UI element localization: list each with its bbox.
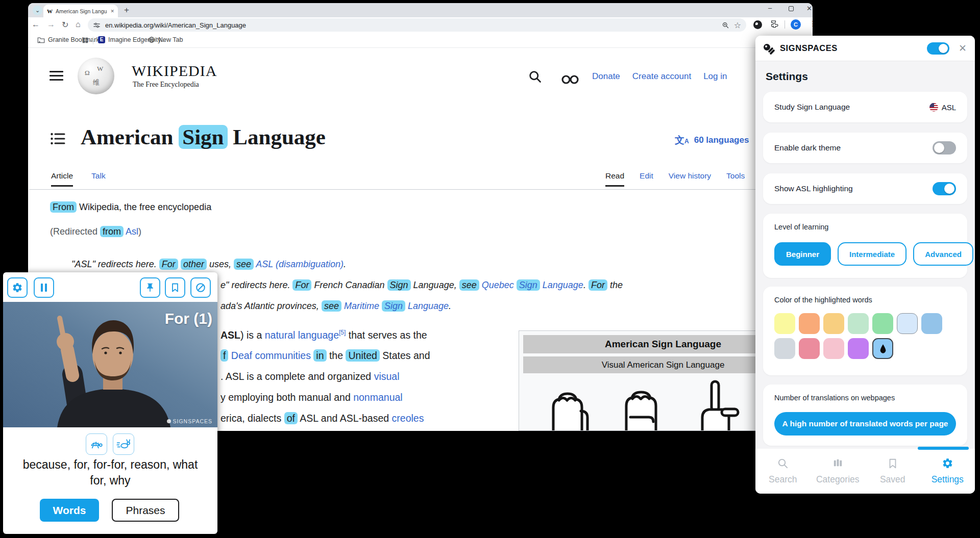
video-block-button[interactable] xyxy=(190,277,211,298)
panel-nav-search[interactable]: Search xyxy=(755,449,811,494)
wiki-link[interactable]: visual xyxy=(374,371,400,382)
color-swatch-10[interactable] xyxy=(823,338,844,359)
zoom-icon[interactable] xyxy=(722,21,729,29)
home-icon[interactable]: ⌂ xyxy=(76,20,81,29)
color-swatch-7[interactable] xyxy=(921,313,942,334)
tab-close-icon[interactable]: ✕ xyxy=(110,9,114,14)
wiki-link[interactable]: ASL (disambiguation) xyxy=(256,259,344,269)
translations-amount-button[interactable]: A high number of translated words per pa… xyxy=(774,412,956,435)
apps-grid-icon[interactable] xyxy=(82,37,89,44)
search-icon[interactable] xyxy=(528,69,542,84)
text-run: from xyxy=(100,226,124,237)
study-language-card[interactable]: Study Sign Language ASL xyxy=(763,92,967,122)
wiki-link[interactable]: nonmanual xyxy=(353,392,403,403)
wiki-link[interactable]: Language xyxy=(540,280,583,290)
new-tab-button[interactable]: + xyxy=(124,5,129,15)
tab-view-history[interactable]: View history xyxy=(669,171,711,187)
video-frame[interactable]: For (1) SIGNSPACES xyxy=(3,302,217,427)
phrases-tab-button[interactable]: Phrases xyxy=(112,499,179,522)
wiki-link[interactable]: Asl xyxy=(126,226,138,237)
color-swatch-2[interactable] xyxy=(799,313,820,334)
wiki-link[interactable]: Deaf communities xyxy=(231,350,311,361)
asl-highlighting-label: Show ASL highlighting xyxy=(774,184,853,193)
toc-list-icon[interactable] xyxy=(50,132,66,146)
settings-heading: Settings xyxy=(766,70,808,83)
extension-icon[interactable] xyxy=(753,20,762,29)
tab-tools[interactable]: Tools xyxy=(726,171,745,187)
words-tab-button[interactable]: Words xyxy=(40,499,99,522)
text-run: Wikipedia, the free encyclopedia xyxy=(77,202,211,212)
fast-speed-button[interactable] xyxy=(113,433,134,455)
menu-kebab-icon[interactable]: ⋮ xyxy=(809,19,816,28)
color-swatch-1[interactable] xyxy=(774,313,795,334)
tab-article[interactable]: Article xyxy=(51,171,73,187)
text-run: e" redirects here. xyxy=(220,280,292,290)
wiki-link[interactable]: Language xyxy=(405,301,449,311)
wiki-link[interactable]: [5] xyxy=(339,329,346,336)
address-bar[interactable]: en.wikipedia.org/wiki/American_Sign_Lang… xyxy=(88,18,746,32)
video-settings-button[interactable] xyxy=(7,277,28,298)
slow-speed-button[interactable] xyxy=(86,433,107,455)
panel-nav-saved[interactable]: Saved xyxy=(865,449,920,494)
video-pin-button[interactable] xyxy=(140,277,160,298)
tab-talk[interactable]: Talk xyxy=(91,171,106,187)
wiki-link[interactable]: creoles xyxy=(392,413,424,424)
close-icon[interactable]: ✕ xyxy=(959,42,967,54)
color-swatch-3[interactable] xyxy=(823,313,844,334)
back-icon[interactable]: ← xyxy=(32,20,40,29)
refresh-icon[interactable]: ↻ xyxy=(62,20,68,30)
color-swatch-12[interactable] xyxy=(872,338,893,359)
window-maximize-button[interactable] xyxy=(789,6,794,11)
bookmark-new-tab[interactable]: New Tab xyxy=(148,36,183,43)
video-bookmark-button[interactable] xyxy=(165,277,185,298)
site-settings-icon[interactable] xyxy=(93,21,101,29)
color-swatch-8[interactable] xyxy=(774,338,795,359)
wiki-link[interactable]: natural language xyxy=(265,329,339,341)
asl-hand-l-illustration xyxy=(685,379,746,431)
level-button-beginner[interactable]: Beginner xyxy=(774,242,831,266)
personal-link-create-account[interactable]: Create account xyxy=(632,71,691,82)
tab-edit[interactable]: Edit xyxy=(640,171,653,187)
bookmark-star-icon[interactable]: ☆ xyxy=(734,20,741,30)
video-watermark: SIGNSPACES xyxy=(167,418,213,424)
translate-icon: 文A xyxy=(675,134,689,147)
color-swatch-5[interactable] xyxy=(872,313,893,334)
text-run: see xyxy=(322,300,341,312)
tab-read[interactable]: Read xyxy=(605,171,624,187)
text-run: . xyxy=(344,259,346,269)
browser-tab[interactable]: W American Sign Language - Wiki ✕ xyxy=(43,5,118,17)
extension-enable-toggle[interactable] xyxy=(927,42,949,55)
hamburger-menu-icon[interactable] xyxy=(50,71,63,81)
wikipedia-globe-logo[interactable]: ΩW维 xyxy=(78,58,114,94)
color-swatch-6[interactable] xyxy=(897,313,918,334)
asl-highlighting-toggle[interactable] xyxy=(933,182,956,195)
video-pause-button[interactable] xyxy=(34,277,54,298)
text-run: . xyxy=(449,301,451,311)
study-language-value[interactable]: ASL xyxy=(929,103,956,112)
appearance-glasses-icon[interactable] xyxy=(559,74,583,85)
level-button-intermediate[interactable]: Intermediate xyxy=(838,242,906,266)
wiki-link[interactable]: Maritime xyxy=(344,301,382,311)
level-button-advanced[interactable]: Advanced xyxy=(913,242,973,266)
wikipedia-wordmark[interactable]: WIKIPEDIA xyxy=(132,62,217,80)
forward-icon[interactable]: → xyxy=(47,20,55,29)
color-swatch-9[interactable] xyxy=(799,338,820,359)
personal-link-log-in[interactable]: Log in xyxy=(703,71,727,82)
panel-nav-categories[interactable]: Categories xyxy=(811,449,866,494)
dark-theme-toggle[interactable] xyxy=(933,141,956,155)
extensions-puzzle-icon[interactable] xyxy=(770,19,779,29)
profile-avatar[interactable]: C xyxy=(791,19,801,30)
window-minimize-button[interactable]: – xyxy=(768,4,772,12)
window-close-button[interactable]: ✕ xyxy=(806,5,812,12)
wiki-link[interactable]: Sign xyxy=(382,300,405,312)
personal-link-donate[interactable]: Donate xyxy=(592,71,620,82)
color-swatch-4[interactable] xyxy=(848,313,869,334)
wiki-link[interactable]: Sign xyxy=(517,279,540,291)
tab-search-chevron-icon[interactable]: ⌄ xyxy=(33,6,42,15)
pause-icon xyxy=(41,284,47,292)
color-swatch-11[interactable] xyxy=(848,338,869,359)
panel-nav-settings[interactable]: Settings xyxy=(920,449,975,494)
wiki-link[interactable]: Quebec xyxy=(482,280,517,290)
watermark-logo-icon xyxy=(167,419,171,423)
languages-link[interactable]: 文A 60 languages xyxy=(675,134,749,147)
